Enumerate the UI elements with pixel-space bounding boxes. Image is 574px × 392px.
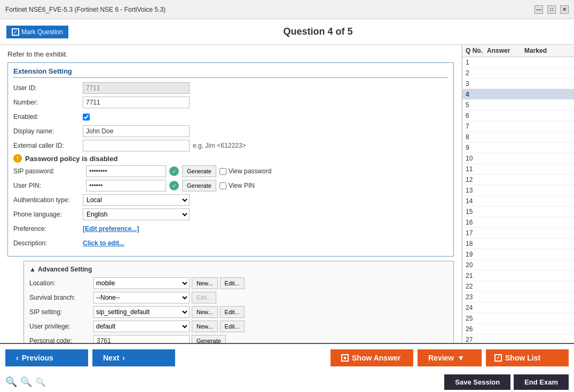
number-input[interactable] <box>83 97 190 108</box>
q-list-row-20[interactable]: 20 <box>462 260 574 270</box>
personal-code-input[interactable] <box>93 335 190 343</box>
zoom-in-icon[interactable]: 🔍 <box>5 376 17 388</box>
number-label: Number: <box>13 99 83 106</box>
auth-type-select[interactable]: Local LDAP RADIUS <box>83 194 190 206</box>
previous-button[interactable]: ‹ Previous <box>5 349 88 366</box>
q-list-row-4[interactable]: 4 <box>462 89 574 100</box>
sip-check-icon: ✓ <box>169 166 179 176</box>
q-list-row-8[interactable]: 8 <box>462 132 574 142</box>
q-list-row-5[interactable]: 5 <box>462 100 574 110</box>
sip-setting-label: SIP setting: <box>29 308 93 316</box>
personal-code-generate-button[interactable]: Generate <box>192 335 226 343</box>
survival-branch-edit-button[interactable]: Edit... <box>192 292 216 303</box>
q-row-number: 3 <box>466 80 487 87</box>
sip-generate-button[interactable]: Generate <box>182 165 216 177</box>
q-list-row-13[interactable]: 13 <box>462 185 574 196</box>
next-arrow-icon: › <box>122 354 125 362</box>
user-id-input[interactable] <box>83 82 190 94</box>
sip-password-input[interactable] <box>86 165 166 177</box>
preference-link[interactable]: [Edit preference...] <box>83 225 139 233</box>
enabled-label: Enabled: <box>13 113 83 121</box>
q-row-number: 5 <box>466 101 487 109</box>
pin-check-icon: ✓ <box>169 181 179 190</box>
user-privilege-new-button[interactable]: New... <box>192 321 218 332</box>
q-list-row-23[interactable]: 23 <box>462 292 574 302</box>
user-privilege-edit-button[interactable]: Edit... <box>220 321 245 332</box>
q-list-row-22[interactable]: 22 <box>462 281 574 292</box>
q-list-row-14[interactable]: 14 <box>462 196 574 206</box>
enabled-checkbox[interactable] <box>83 114 90 121</box>
sip-setting-edit-button[interactable]: Edit... <box>220 306 245 318</box>
q-list-row-18[interactable]: 18 <box>462 238 574 249</box>
location-row: Location: mobile New... Edit... <box>29 277 448 289</box>
show-list-button[interactable]: ✓ Show List <box>486 349 569 366</box>
q-list-row-11[interactable]: 11 <box>462 164 574 174</box>
q-list-row-3[interactable]: 3 <box>462 78 574 89</box>
q-row-number: 13 <box>466 187 487 194</box>
user-privilege-select[interactable]: default <box>93 321 190 332</box>
zoom-out-icon[interactable]: 🔍 <box>35 377 46 387</box>
prev-arrow-icon: ‹ <box>16 354 19 362</box>
zoom-reset-icon[interactable]: 🔍 <box>20 376 32 388</box>
q-list-row-16[interactable]: 16 <box>462 217 574 228</box>
preference-row: Preference: [Edit preference...] <box>13 223 448 235</box>
q-list-row-15[interactable]: 15 <box>462 206 574 217</box>
q-row-number: 21 <box>466 272 487 279</box>
survival-branch-label: Survival branch: <box>29 294 93 301</box>
view-pin-checkbox[interactable] <box>219 182 226 189</box>
survival-branch-select[interactable]: --None-- <box>93 292 190 303</box>
q-row-number: 25 <box>466 315 487 322</box>
display-name-label: Display name: <box>13 127 83 135</box>
review-button[interactable]: Review ▼ <box>418 349 482 366</box>
sip-setting-new-button[interactable]: New... <box>192 306 218 318</box>
user-pin-row: User PIN: ✓ Generate View PIN <box>13 180 448 191</box>
q-list-row-17[interactable]: 17 <box>462 228 574 238</box>
view-password-checkbox[interactable] <box>219 168 226 175</box>
q-row-number: 14 <box>466 197 487 205</box>
mark-question-button[interactable]: ✓ Mark Question <box>6 26 68 38</box>
maximize-button[interactable]: □ <box>547 5 556 14</box>
q-list-row-9[interactable]: 9 <box>462 142 574 153</box>
user-pin-input[interactable] <box>86 180 166 191</box>
q-list-row-10[interactable]: 10 <box>462 153 574 164</box>
phone-lang-select[interactable]: English French Spanish <box>83 209 190 220</box>
personal-code-label: Personal code: <box>29 337 93 343</box>
save-session-button[interactable]: Save Session <box>444 374 510 390</box>
auth-type-label: Authentication type: <box>13 196 83 204</box>
q-list-row-2[interactable]: 2 <box>462 68 574 78</box>
pin-generate-button[interactable]: Generate <box>182 180 216 191</box>
q-row-number: 17 <box>466 229 487 237</box>
q-row-number: 4 <box>466 91 487 98</box>
next-button[interactable]: Next › <box>92 349 175 366</box>
end-exam-button[interactable]: End Exam <box>514 374 569 390</box>
user-privilege-row: User privilege: default New... Edit... <box>29 321 448 332</box>
password-policy-row: ! Password policy is disabled <box>13 154 448 163</box>
q-list-row-6[interactable]: 6 <box>462 110 574 121</box>
q-list-row-19[interactable]: 19 <box>462 249 574 260</box>
q-row-number: 8 <box>466 133 487 141</box>
title-bar: Fortinet NSE6_FVE-5.3 (Fortinet NSE 6 - … <box>0 0 574 19</box>
location-edit-button[interactable]: Edit... <box>220 277 245 289</box>
q-row-number: 24 <box>466 304 487 311</box>
sip-setting-select[interactable]: sip_setting_default <box>93 306 190 318</box>
q-list-row-27[interactable]: 27 <box>462 334 574 343</box>
location-new-button[interactable]: New... <box>192 277 218 289</box>
minimize-button[interactable]: — <box>534 5 543 14</box>
collapse-icon[interactable]: ▲ <box>29 266 36 273</box>
description-link[interactable]: Click to edit... <box>83 239 124 247</box>
q-list-row-12[interactable]: 12 <box>462 174 574 185</box>
show-answer-button[interactable]: ■ Show Answer <box>331 349 413 366</box>
q-list-row-25[interactable]: 25 <box>462 313 574 324</box>
user-id-row: User ID: <box>13 82 448 94</box>
location-select[interactable]: mobile <box>93 277 190 289</box>
q-list-row-7[interactable]: 7 <box>462 121 574 132</box>
q-list-row-1[interactable]: 1 <box>462 57 574 68</box>
q-list-row-24[interactable]: 24 <box>462 302 574 313</box>
display-name-input[interactable] <box>83 125 190 137</box>
close-button[interactable]: ✕ <box>560 5 569 14</box>
q-list-row-21[interactable]: 21 <box>462 270 574 281</box>
mark-question-label: Mark Question <box>21 28 63 36</box>
external-caller-id-input[interactable] <box>83 140 190 151</box>
q-list-row-26[interactable]: 26 <box>462 324 574 334</box>
description-label: Description: <box>13 239 83 247</box>
